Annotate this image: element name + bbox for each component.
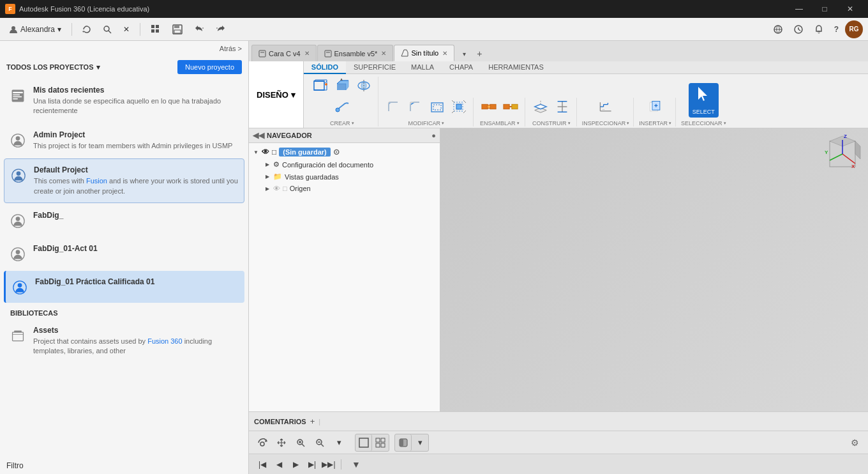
plane-icon <box>533 99 548 116</box>
close-panel-button[interactable]: ✕ <box>119 23 133 36</box>
projects-dropdown-icon[interactable]: ▾ <box>96 63 100 72</box>
maximize-button[interactable]: □ <box>812 0 837 18</box>
play-button[interactable]: ▶ <box>288 457 303 471</box>
nav-item-root[interactable]: ▼ 👁 □ (Sin guardar) ⊙ <box>249 146 440 158</box>
settings-button[interactable]: ⚙ <box>846 434 863 451</box>
new-sketch-tool[interactable] <box>310 77 331 96</box>
user-menu-button[interactable]: Alexandra ▾ <box>5 23 65 36</box>
play-next-button[interactable]: ▶| <box>305 457 319 471</box>
zoom-extent-button[interactable] <box>311 434 328 451</box>
extrude-tool[interactable] <box>332 77 352 96</box>
expand-icon: ▶ <box>264 162 271 167</box>
inspect-tool[interactable]: ↔ <box>595 98 616 118</box>
list-item[interactable]: Default Project This comes with Fusion a… <box>4 158 244 203</box>
dropdown-view-button[interactable]: ▾ <box>331 434 347 451</box>
tab-malla[interactable]: MALLA <box>403 61 442 74</box>
revolve-tool[interactable] <box>354 77 374 96</box>
display-dropdown-button[interactable]: ▾ <box>412 434 428 451</box>
scale-tool[interactable] <box>449 98 469 118</box>
play-last-button[interactable]: ▶▶| <box>322 457 336 471</box>
history-button[interactable] <box>789 22 807 36</box>
list-item[interactable]: FabDig_01 Práctica Calificada 01 <box>4 271 244 303</box>
list-item[interactable]: FabDig_ <box>4 204 244 236</box>
list-item[interactable]: Mis datos recientes Una lista donde se e… <box>4 79 244 123</box>
modificar-label[interactable]: MODIFICAR▾ <box>408 120 445 126</box>
minimize-button[interactable]: — <box>786 0 812 18</box>
new-tab-button[interactable]: + <box>472 46 487 61</box>
sweep-tool[interactable] <box>332 98 352 118</box>
project-list: Mis datos recientes Una lista donde se e… <box>0 79 248 457</box>
chamfer-tool[interactable] <box>405 98 426 118</box>
tab-superficie[interactable]: SUPERFICIE <box>346 61 403 74</box>
timeline-filter-icon[interactable]: ▼ <box>352 459 361 470</box>
navigator-collapse-button[interactable]: ◀◀ <box>253 131 264 140</box>
asbuilt-tool[interactable] <box>500 98 521 118</box>
back-link[interactable]: Atrás > <box>220 45 242 52</box>
measure-tool-construir[interactable] <box>552 98 572 118</box>
refresh-button[interactable] <box>79 23 95 36</box>
undo-button[interactable] <box>190 23 208 36</box>
nav-item-config[interactable]: ▶ ⚙ Configuración del documento <box>249 158 440 171</box>
tab-chapa[interactable]: CHAPA <box>442 61 481 74</box>
tab-ensamble[interactable]: Ensamble v5* ✕ <box>317 45 394 61</box>
tab-close-icon[interactable]: ✕ <box>442 50 447 57</box>
nav-item-origen[interactable]: ▶ 👁 □ Origen <box>249 183 440 194</box>
svg-rect-19 <box>13 92 23 93</box>
crear-label[interactable]: CREAR▾ <box>330 120 354 126</box>
insert-icon <box>648 99 663 116</box>
plane-tool[interactable] <box>530 98 551 118</box>
app: Alexandra ▾ ✕ <box>0 18 868 474</box>
notifications-button[interactable] <box>810 22 828 36</box>
tab-close-icon[interactable]: ✕ <box>381 50 386 57</box>
list-item[interactable]: Assets Project that contains assets used… <box>4 319 244 363</box>
design-mode-button[interactable]: DISEÑO ▾ <box>249 61 304 128</box>
tab-cara-c[interactable]: Cara C v4 ✕ <box>251 45 317 61</box>
redo-button[interactable] <box>212 23 230 36</box>
play-prev-button[interactable]: ◀ <box>272 457 286 471</box>
doc-icon <box>324 50 332 57</box>
save-button[interactable] <box>168 22 186 36</box>
svg-rect-6 <box>156 29 159 33</box>
new-project-button[interactable]: Nuevo proyecto <box>177 60 242 74</box>
hub-button[interactable] <box>769 22 787 36</box>
joint-icon <box>481 99 497 116</box>
list-item[interactable]: FabDig_01-Act 01 <box>4 238 244 270</box>
close-button[interactable]: ✕ <box>837 0 863 18</box>
tab-solido[interactable]: SÓLIDO <box>304 61 346 74</box>
orbit-button[interactable] <box>254 434 271 451</box>
seleccionar-label[interactable]: SELECCIONAR▾ <box>681 120 726 126</box>
svg-rect-108 <box>381 443 385 447</box>
fillet-tool[interactable] <box>384 98 404 118</box>
construir-label[interactable]: CONSTRUIR▾ <box>532 120 571 126</box>
navigator-settings-icon[interactable]: ● <box>431 132 436 139</box>
ensamblar-label[interactable]: ENSAMBLAR▾ <box>480 120 520 126</box>
insert-tool[interactable] <box>645 98 666 118</box>
tab-close-icon[interactable]: ✕ <box>304 50 310 57</box>
zoom-in-button[interactable] <box>292 434 309 451</box>
svg-rect-56 <box>433 105 441 110</box>
grid-button[interactable] <box>147 22 165 36</box>
tab-herramientas[interactable]: HERRAMIENTAS <box>481 61 551 74</box>
grid-view-button[interactable] <box>372 434 389 451</box>
tab-list-button[interactable]: ▾ <box>458 47 470 60</box>
search-button[interactable] <box>99 23 116 36</box>
joint-tool[interactable] <box>479 98 499 118</box>
pan-button[interactable] <box>273 434 290 451</box>
select-tool[interactable]: SELECT <box>689 83 719 118</box>
play-first-button[interactable]: |◀ <box>255 457 269 471</box>
user-avatar[interactable]: RG <box>845 20 863 38</box>
nav-item-vistas[interactable]: ▶ 📁 Vistas guardadas <box>249 171 440 183</box>
list-item[interactable]: Admin Project This project is for team m… <box>4 124 244 157</box>
help-button[interactable]: ? <box>830 23 842 36</box>
project-text: FabDig_01-Act 01 <box>33 244 239 255</box>
zoom-in-icon <box>296 438 306 448</box>
ensamblar-tool-row <box>479 98 521 118</box>
shading-button[interactable] <box>395 434 412 451</box>
shell-tool[interactable] <box>427 98 447 118</box>
tab-sin-titulo[interactable]: Sin título ✕ <box>394 45 454 61</box>
inspeccionar-label[interactable]: INSPECCIONAR▾ <box>582 120 630 126</box>
insertar-label[interactable]: INSERTAR▾ <box>639 120 671 126</box>
svg-rect-64 <box>490 104 496 109</box>
viewport-button[interactable] <box>355 434 372 451</box>
add-comment-button[interactable]: + <box>310 417 315 426</box>
